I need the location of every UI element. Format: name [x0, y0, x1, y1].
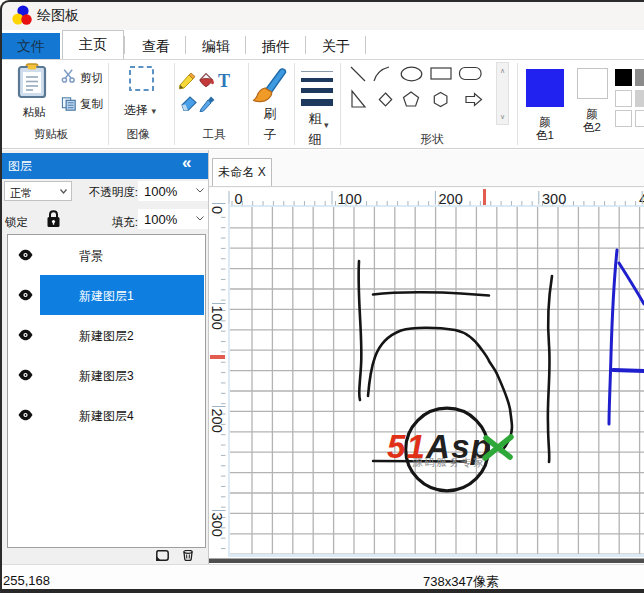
- svg-text:源码服务专家: 源码服务专家: [412, 456, 486, 468]
- svg-text:40: 40: [639, 191, 644, 207]
- svg-text:0: 0: [235, 191, 243, 207]
- svg-text:100: 100: [338, 191, 362, 207]
- svg-text:300: 300: [542, 191, 566, 207]
- svg-text:100: 100: [209, 306, 225, 330]
- svg-text:T: T: [218, 71, 230, 91]
- svg-text:200: 200: [209, 409, 225, 433]
- svg-text:200: 200: [439, 191, 463, 207]
- svg-text:0: 0: [209, 206, 225, 214]
- svg-text:300: 300: [209, 513, 225, 537]
